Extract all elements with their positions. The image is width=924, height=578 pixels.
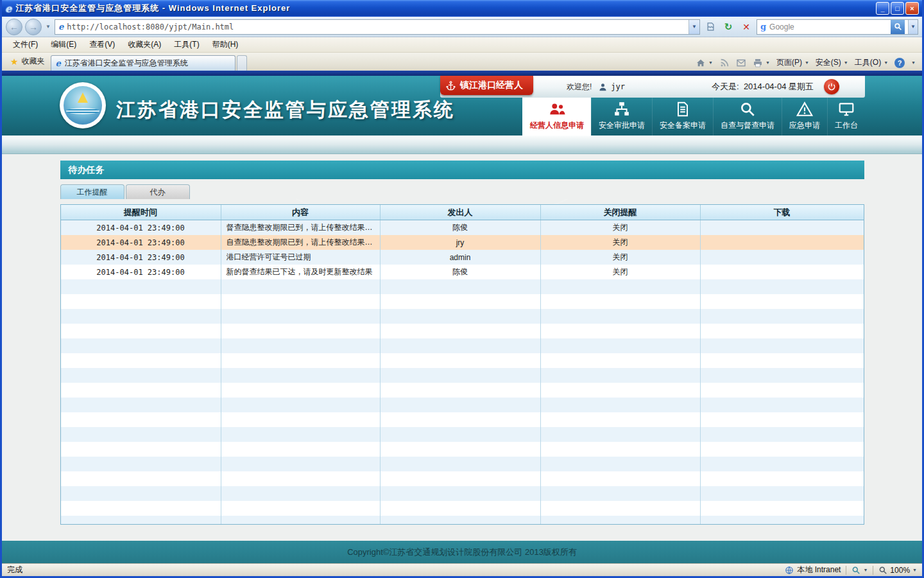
- column-header-4: 下载: [701, 205, 864, 220]
- menu-item-3[interactable]: 收藏夹(A): [122, 37, 167, 52]
- cell: 陈俊: [381, 265, 541, 279]
- back-button[interactable]: ←: [6, 19, 22, 35]
- search-dropdown-icon[interactable]: ▼: [908, 20, 918, 34]
- cell: [61, 353, 221, 368]
- cell: [541, 324, 701, 338]
- cell: [701, 324, 864, 338]
- cell: admin: [381, 250, 541, 265]
- feeds-button[interactable]: [719, 58, 730, 68]
- panel-tab-1[interactable]: 代办: [126, 184, 190, 199]
- cell: 2014-04-01 23:49:00: [61, 235, 221, 250]
- read-mail-button[interactable]: [736, 58, 746, 68]
- panel-tabs: 工作提醒代办: [60, 184, 864, 199]
- nav-tab-monitor[interactable]: 工作台: [827, 98, 865, 136]
- cell: [381, 353, 541, 368]
- logout-button[interactable]: [824, 79, 839, 94]
- panel-tab-0[interactable]: 工作提醒: [60, 184, 124, 199]
- cell: [381, 486, 541, 501]
- cell: [701, 250, 864, 265]
- cell: [221, 442, 381, 457]
- globe-icon: [785, 566, 794, 575]
- table-row-empty: [61, 442, 864, 457]
- url-field[interactable]: e http://localhost:8080/yjpt/Main.html ▼: [55, 19, 700, 35]
- nav-tab-warning[interactable]: 应急申请: [782, 98, 827, 136]
- toolbar-button-1[interactable]: 安全(S)▼: [816, 57, 848, 68]
- compatibility-view-button[interactable]: [703, 19, 718, 35]
- cell: [701, 235, 864, 250]
- cell: [541, 471, 701, 486]
- close-reminder-link[interactable]: 关闭: [613, 267, 628, 277]
- org-chart-icon: [613, 101, 630, 118]
- table-row-empty: [61, 338, 864, 353]
- search-input[interactable]: [769, 22, 887, 31]
- favorites-button[interactable]: ★ 收藏夹: [4, 53, 51, 71]
- cell: [541, 412, 701, 427]
- table-row-empty: [61, 324, 864, 338]
- zoom-control[interactable]: 100% ▼: [878, 566, 917, 575]
- menu-item-4[interactable]: 工具(T): [168, 37, 205, 52]
- cell: [541, 368, 701, 383]
- print-button[interactable]: ▼: [753, 58, 770, 68]
- cell: [221, 427, 381, 442]
- close-reminder-link[interactable]: 关闭: [613, 237, 628, 248]
- toolbar-button-0[interactable]: 页面(P)▼: [776, 57, 809, 68]
- url-dropdown-icon[interactable]: ▼: [689, 20, 699, 34]
- cell: [61, 309, 221, 324]
- browser-tab[interactable]: e 江苏省港口安全监管与应急管理系统: [51, 55, 235, 71]
- close-button[interactable]: ×: [905, 2, 919, 15]
- panel-title: 待办任务: [60, 161, 864, 179]
- help-button[interactable]: ?: [894, 58, 905, 68]
- cell: [701, 368, 864, 383]
- maximize-button[interactable]: □: [891, 2, 904, 15]
- forward-button[interactable]: →: [25, 19, 42, 35]
- menu-item-2[interactable]: 查看(V): [83, 37, 121, 52]
- menu-item-1[interactable]: 编辑(E): [45, 37, 82, 52]
- username: jyr: [611, 82, 625, 91]
- search-magnifier-icon[interactable]: [891, 20, 905, 34]
- cell: [61, 324, 221, 338]
- port-logo: [60, 82, 106, 128]
- cell: [61, 427, 221, 442]
- cell: [221, 383, 381, 398]
- chevron-down-icon: ▼: [844, 60, 848, 65]
- new-tab-button[interactable]: [237, 55, 247, 71]
- nav-tab-label: 安全审批申请: [599, 120, 645, 131]
- column-header-1: 内容: [221, 205, 381, 220]
- nav-tab-org-chart[interactable]: 安全审批申请: [591, 98, 652, 136]
- close-reminder-link[interactable]: 关闭: [613, 252, 628, 263]
- cell: [381, 324, 541, 338]
- table-body: 2014-04-01 23:49:00督查隐患整改期限已到，请上传整改结果…陈俊…: [61, 220, 864, 524]
- cell: [541, 309, 701, 324]
- org-badge: 镇江港口经营人: [440, 76, 533, 95]
- home-button[interactable]: ▼: [696, 58, 713, 68]
- menu-item-0[interactable]: 文件(F): [7, 37, 44, 52]
- cell: [701, 471, 864, 486]
- cell: [701, 294, 864, 309]
- minimize-button[interactable]: _: [876, 2, 889, 15]
- todo-panel: 待办任务 工作提醒代办 提醒时间内容发出人关闭提醒下载 2014-04-01 2…: [60, 161, 864, 525]
- cell: [61, 368, 221, 383]
- history-dropdown-icon[interactable]: ▼: [44, 24, 52, 30]
- chevron-down-icon: ▼: [766, 60, 770, 65]
- cell: 港口经营许可证号已过期: [221, 250, 381, 265]
- menu-item-5[interactable]: 帮助(H): [207, 37, 244, 52]
- nav-tab-people[interactable]: 经营人信息申请: [522, 98, 591, 136]
- toolbar-button-2[interactable]: 工具(O)▼: [855, 57, 888, 68]
- cell: [61, 383, 221, 398]
- cell: 关闭: [541, 265, 701, 279]
- nav-tab-document[interactable]: 安全备案申请: [652, 98, 713, 136]
- cell: [61, 457, 221, 471]
- page-actions-dropdown[interactable]: ▼: [851, 566, 868, 575]
- brand: 江苏省港口安全监管与应急管理系统: [60, 82, 455, 128]
- command-bar: ▼ ▼ 页面(P)▼安全(S)▼工具(O)▼ ? ▼: [692, 57, 920, 71]
- page-top-divider: [2, 71, 922, 76]
- refresh-button[interactable]: ↻: [721, 19, 736, 35]
- cell: [221, 309, 381, 324]
- close-reminder-link[interactable]: 关闭: [613, 222, 628, 233]
- nav-tab-magnifier[interactable]: 自查与督查申请: [713, 98, 782, 136]
- cell: [381, 398, 541, 412]
- cell: [381, 338, 541, 353]
- stop-button[interactable]: ✕: [739, 19, 754, 35]
- cell: [61, 338, 221, 353]
- table-row-empty: [61, 427, 864, 442]
